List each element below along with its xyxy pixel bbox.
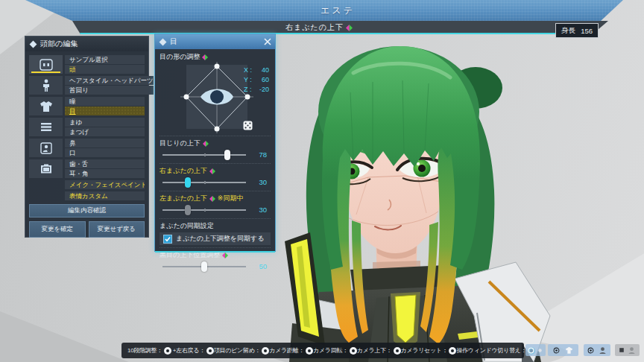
eyelid-sync-checkbox[interactable] bbox=[163, 235, 172, 244]
salon-screen: エステ 右まぶたの上下 身長 156 頭部の編集 サンプル選択 頭 bbox=[0, 0, 644, 362]
hint-window-switch: 操作ウィンドウ切り替え： bbox=[456, 346, 535, 355]
menu-item-mouth[interactable]: 口 bbox=[65, 148, 145, 157]
mouse-button-icon bbox=[306, 347, 313, 355]
head-edit-header: 頭部の編集 bbox=[25, 36, 148, 51]
focus-dot-icon bbox=[553, 347, 560, 354]
confirm-changes-button[interactable]: 変更を確定 bbox=[29, 221, 86, 238]
camera-preset-face[interactable] bbox=[584, 344, 610, 356]
color-adjust-icon bbox=[346, 25, 353, 31]
slider-handle[interactable] bbox=[185, 177, 191, 188]
slider-handle[interactable] bbox=[201, 261, 207, 272]
focus-dot-icon bbox=[587, 347, 594, 354]
slider-handle[interactable] bbox=[224, 150, 230, 160]
category-storage-icon[interactable] bbox=[29, 159, 63, 178]
hint-pin-item: 項目のピン留め： bbox=[214, 346, 269, 355]
left-eyelid-slider-label: 左まぶたの上下 bbox=[160, 194, 207, 203]
menu-item-neck[interactable]: 首回り bbox=[65, 86, 154, 95]
menu-item-eyelash[interactable]: まつげ bbox=[65, 127, 145, 136]
head-edit-title: 頭部の編集 bbox=[40, 39, 78, 49]
mouse-button-icon bbox=[394, 347, 401, 355]
review-edits-button[interactable]: 編集内容確認 bbox=[29, 204, 145, 217]
color-adjust-icon bbox=[202, 54, 208, 60]
hint-camera-reset: カメラリセット： bbox=[401, 346, 457, 355]
menu-item-teeth-tongue[interactable]: 歯・舌 bbox=[65, 159, 145, 168]
menu-item-ear-horn[interactable]: 耳・角 bbox=[65, 169, 145, 178]
hint-camera-distance: カメラ距離： bbox=[269, 346, 313, 355]
diamond-icon bbox=[160, 38, 167, 45]
shape-axis-values: X :40 Y :60 Z :-20 bbox=[244, 66, 269, 93]
color-adjust-icon bbox=[209, 168, 215, 174]
iris-position-slider-value: 50 bbox=[250, 262, 267, 270]
eye-corner-slider[interactable] bbox=[162, 149, 246, 161]
menu-item-pupil[interactable]: 瞳 bbox=[65, 97, 145, 106]
outfit-target-icon bbox=[565, 346, 573, 355]
left-eyelid-slider[interactable] bbox=[162, 204, 246, 216]
right-eyelid-slider-value: 30 bbox=[250, 178, 267, 186]
control-hint-bar: 10段階調整：+左右 戻る： 項目のピン留め： カメラ距離： カメラ回転： カメ… bbox=[121, 343, 524, 358]
mouse-button-icon bbox=[164, 347, 171, 355]
menu-item-sample-select[interactable]: サンプル選択 bbox=[65, 55, 145, 64]
camera-preset-full[interactable] bbox=[525, 344, 546, 356]
category-face-icon[interactable] bbox=[29, 55, 63, 74]
eye-shape-widget[interactable]: X :40 Y :60 Z :-20 bbox=[160, 62, 271, 133]
screen-title: エステ bbox=[268, 4, 355, 17]
category-body-icon[interactable] bbox=[29, 76, 63, 95]
head-edit-panel: 頭部の編集 サンプル選択 頭 ヘアスタイル・ヘッドパーツ 首回り bbox=[25, 36, 149, 238]
iris-position-slider[interactable] bbox=[162, 261, 246, 273]
diamond-icon bbox=[30, 40, 37, 48]
menu-item-expression-custom[interactable]: 表情カスタム bbox=[65, 191, 145, 200]
eye-shape-label: 目の形の調整 bbox=[160, 52, 200, 62]
camera-preset-body[interactable] bbox=[548, 344, 578, 356]
eye-window-header[interactable]: 目 bbox=[155, 34, 275, 49]
height-value: 156 bbox=[581, 27, 593, 35]
left-eyelid-sync-note: ※同期中 bbox=[218, 194, 244, 203]
mouse-button-icon bbox=[206, 347, 214, 355]
eyelid-sync-section-label: まぶたの同期設定 bbox=[160, 221, 214, 231]
stop-square-icon bbox=[619, 347, 625, 353]
height-label: 身長 bbox=[561, 26, 575, 36]
height-indicator: 身長 156 bbox=[555, 23, 599, 38]
current-parameter-label: 右まぶたの上下 bbox=[285, 22, 344, 33]
menu-item-makeup-facepaint[interactable]: メイク・フェイスペイント bbox=[65, 180, 145, 189]
head-target-icon bbox=[628, 346, 636, 355]
eye-window-title: 目 bbox=[170, 36, 177, 47]
sub-title-bar: 右まぶたの上下 bbox=[0, 21, 608, 34]
left-eyelid-slider-value: 30 bbox=[250, 206, 267, 214]
mouse-button-icon bbox=[350, 347, 357, 355]
randomize-dice-icon[interactable] bbox=[243, 121, 253, 130]
cancel-changes-button[interactable]: 変更せず戻る bbox=[89, 221, 145, 238]
camera-dot-icon bbox=[537, 347, 543, 354]
color-adjust-icon bbox=[222, 253, 228, 258]
color-adjust-icon bbox=[203, 141, 209, 147]
eye-corner-slider-value: 78 bbox=[250, 150, 267, 159]
mouse-button-icon bbox=[262, 347, 269, 355]
eye-corner-slider-label: 目じりの上下 bbox=[160, 139, 201, 148]
category-outfit-icon[interactable] bbox=[29, 97, 63, 115]
head-target-icon bbox=[599, 346, 607, 355]
top-title-bar: エステ bbox=[0, 0, 623, 21]
right-eyelid-slider[interactable] bbox=[162, 177, 246, 188]
slider-handle[interactable] bbox=[185, 205, 191, 215]
hint-camera-rotate: カメラ回転： bbox=[313, 346, 357, 355]
menu-item-eyebrow[interactable]: まゆ bbox=[65, 118, 145, 127]
camera-preset-disabled[interactable] bbox=[615, 344, 640, 356]
close-icon[interactable] bbox=[264, 38, 271, 45]
menu-item-head[interactable]: 頭 bbox=[65, 65, 145, 74]
eyelid-sync-checkbox-label: まぶたの上下調整を同期する bbox=[176, 234, 264, 244]
eyelid-sync-checkbox-row[interactable]: まぶたの上下調整を同期する bbox=[160, 232, 271, 245]
hint-step-adjust: 10段階調整：+左右 bbox=[127, 346, 188, 355]
right-eyelid-slider-label: 右まぶたの上下 bbox=[160, 166, 207, 176]
menu-item-eye[interactable]: 目 bbox=[65, 107, 145, 115]
color-adjust-icon bbox=[209, 196, 215, 202]
camera-orbit-icon bbox=[528, 347, 534, 354]
iris-position-slider-label: 黒目の上下位置調整 bbox=[160, 250, 220, 260]
hint-camera-updown: カメラ上下： bbox=[357, 346, 401, 355]
menu-item-hairstyle[interactable]: ヘアスタイル・ヘッドパーツ bbox=[65, 76, 154, 85]
eye-settings-window: 目 目の形の調整 bbox=[154, 34, 276, 252]
hint-back: 戻る： bbox=[188, 346, 214, 355]
mouse-button-icon bbox=[449, 347, 456, 355]
menu-item-nose[interactable]: 鼻 bbox=[65, 139, 145, 147]
category-list-icon[interactable] bbox=[29, 118, 63, 136]
category-character-icon[interactable] bbox=[29, 139, 63, 157]
